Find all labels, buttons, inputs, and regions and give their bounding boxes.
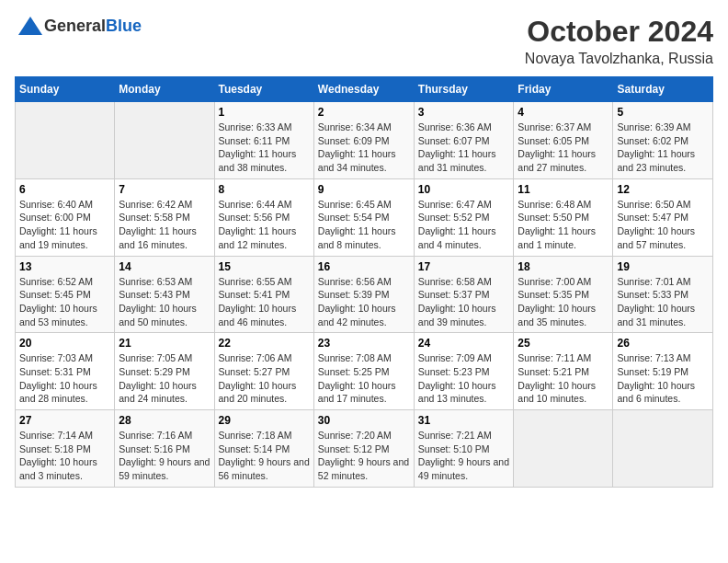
day-info: Sunrise: 6:56 AMSunset: 5:39 PMDaylight:…: [318, 276, 396, 327]
day-number: 7: [119, 183, 210, 196]
day-info: Sunrise: 6:44 AMSunset: 5:56 PMDaylight:…: [219, 199, 297, 250]
day-info: Sunrise: 6:58 AMSunset: 5:37 PMDaylight:…: [418, 276, 496, 327]
day-number: 4: [518, 106, 609, 119]
col-monday: Monday: [115, 77, 214, 102]
day-cell: [16, 102, 115, 179]
day-info: Sunrise: 6:52 AMSunset: 5:45 PMDaylight:…: [19, 276, 97, 327]
day-cell: 10Sunrise: 6:47 AMSunset: 5:52 PMDayligh…: [414, 178, 514, 256]
col-friday: Friday: [514, 77, 613, 102]
logo-blue: Blue: [106, 17, 142, 35]
day-cell: [613, 410, 713, 488]
svg-marker-0: [18, 17, 42, 35]
day-number: 1: [219, 106, 310, 119]
day-number: 24: [418, 337, 510, 350]
day-info: Sunrise: 6:48 AMSunset: 5:50 PMDaylight:…: [518, 199, 596, 250]
day-number: 8: [219, 183, 310, 196]
day-cell: 27Sunrise: 7:14 AMSunset: 5:18 PMDayligh…: [16, 410, 115, 488]
day-number: 2: [318, 106, 410, 119]
day-cell: 7Sunrise: 6:42 AMSunset: 5:58 PMDaylight…: [115, 178, 214, 256]
day-info: Sunrise: 7:14 AMSunset: 5:18 PMDaylight:…: [19, 430, 97, 481]
day-number: 12: [617, 183, 709, 196]
day-cell: 15Sunrise: 6:55 AMSunset: 5:41 PMDayligh…: [214, 256, 313, 333]
day-cell: 2Sunrise: 6:34 AMSunset: 6:09 PMDaylight…: [313, 102, 414, 179]
day-info: Sunrise: 6:40 AMSunset: 6:00 PMDaylight:…: [19, 199, 97, 250]
week-row-2: 6Sunrise: 6:40 AMSunset: 6:00 PMDaylight…: [16, 178, 713, 256]
header-row: Sunday Monday Tuesday Wednesday Thursday…: [16, 77, 713, 102]
day-cell: 4Sunrise: 6:37 AMSunset: 6:05 PMDaylight…: [514, 102, 613, 179]
title-area: October 2024 Novaya Tavolzhanka, Russia: [525, 15, 713, 67]
day-info: Sunrise: 7:16 AMSunset: 5:16 PMDaylight:…: [119, 430, 210, 481]
day-cell: 26Sunrise: 7:13 AMSunset: 5:19 PMDayligh…: [613, 333, 713, 410]
day-cell: 18Sunrise: 7:00 AMSunset: 5:35 PMDayligh…: [514, 256, 613, 333]
logo-general: General: [44, 17, 106, 35]
day-number: 14: [119, 260, 210, 273]
col-wednesday: Wednesday: [313, 77, 414, 102]
day-cell: [514, 410, 613, 488]
day-number: 11: [518, 183, 609, 196]
day-info: Sunrise: 6:33 AMSunset: 6:11 PMDaylight:…: [219, 121, 297, 173]
day-number: 21: [119, 337, 210, 350]
day-info: Sunrise: 7:13 AMSunset: 5:19 PMDaylight:…: [617, 352, 695, 404]
page-header: GeneralBlue October 2024 Novaya Tavolzha…: [15, 15, 713, 67]
day-cell: 11Sunrise: 6:48 AMSunset: 5:50 PMDayligh…: [514, 178, 613, 256]
day-cell: 9Sunrise: 6:45 AMSunset: 5:54 PMDaylight…: [313, 178, 414, 256]
day-cell: 21Sunrise: 7:05 AMSunset: 5:29 PMDayligh…: [115, 333, 214, 410]
day-cell: [115, 102, 214, 179]
day-cell: 12Sunrise: 6:50 AMSunset: 5:47 PMDayligh…: [613, 178, 713, 256]
day-info: Sunrise: 6:53 AMSunset: 5:43 PMDaylight:…: [119, 276, 197, 327]
day-cell: 8Sunrise: 6:44 AMSunset: 5:56 PMDaylight…: [214, 178, 313, 256]
day-info: Sunrise: 7:01 AMSunset: 5:33 PMDaylight:…: [617, 276, 695, 327]
day-number: 30: [318, 414, 410, 427]
day-cell: 5Sunrise: 6:39 AMSunset: 6:02 PMDaylight…: [613, 102, 713, 179]
col-saturday: Saturday: [613, 77, 713, 102]
day-number: 18: [518, 260, 609, 273]
day-info: Sunrise: 7:09 AMSunset: 5:23 PMDaylight:…: [418, 352, 496, 404]
day-info: Sunrise: 6:45 AMSunset: 5:54 PMDaylight:…: [318, 199, 396, 250]
location-title: Novaya Tavolzhanka, Russia: [525, 51, 713, 67]
day-number: 22: [219, 337, 310, 350]
day-info: Sunrise: 7:03 AMSunset: 5:31 PMDaylight:…: [19, 352, 97, 404]
day-number: 6: [19, 183, 110, 196]
logo: GeneralBlue: [15, 15, 142, 37]
day-number: 13: [19, 260, 110, 273]
day-info: Sunrise: 7:11 AMSunset: 5:21 PMDaylight:…: [518, 352, 596, 404]
day-cell: 16Sunrise: 6:56 AMSunset: 5:39 PMDayligh…: [313, 256, 414, 333]
day-info: Sunrise: 6:50 AMSunset: 5:47 PMDaylight:…: [617, 199, 695, 250]
day-cell: 3Sunrise: 6:36 AMSunset: 6:07 PMDaylight…: [414, 102, 514, 179]
day-info: Sunrise: 6:47 AMSunset: 5:52 PMDaylight:…: [418, 199, 496, 250]
day-number: 15: [219, 260, 310, 273]
day-number: 26: [617, 337, 709, 350]
day-cell: 31Sunrise: 7:21 AMSunset: 5:10 PMDayligh…: [414, 410, 514, 488]
day-info: Sunrise: 6:37 AMSunset: 6:05 PMDaylight:…: [518, 121, 596, 173]
day-info: Sunrise: 7:05 AMSunset: 5:29 PMDaylight:…: [119, 352, 197, 404]
day-info: Sunrise: 6:36 AMSunset: 6:07 PMDaylight:…: [418, 121, 496, 173]
day-number: 10: [418, 183, 510, 196]
calendar-table: Sunday Monday Tuesday Wednesday Thursday…: [15, 76, 713, 488]
col-tuesday: Tuesday: [214, 77, 313, 102]
week-row-3: 13Sunrise: 6:52 AMSunset: 5:45 PMDayligh…: [16, 256, 713, 333]
day-info: Sunrise: 6:42 AMSunset: 5:58 PMDaylight:…: [119, 199, 197, 250]
day-cell: 14Sunrise: 6:53 AMSunset: 5:43 PMDayligh…: [115, 256, 214, 333]
day-number: 31: [418, 414, 510, 427]
day-number: 23: [318, 337, 410, 350]
day-cell: 20Sunrise: 7:03 AMSunset: 5:31 PMDayligh…: [16, 333, 115, 410]
day-cell: 28Sunrise: 7:16 AMSunset: 5:16 PMDayligh…: [115, 410, 214, 488]
day-cell: 19Sunrise: 7:01 AMSunset: 5:33 PMDayligh…: [613, 256, 713, 333]
day-info: Sunrise: 6:39 AMSunset: 6:02 PMDaylight:…: [617, 121, 695, 173]
day-number: 3: [418, 106, 510, 119]
col-sunday: Sunday: [16, 77, 115, 102]
day-info: Sunrise: 6:34 AMSunset: 6:09 PMDaylight:…: [318, 121, 396, 173]
day-info: Sunrise: 7:21 AMSunset: 5:10 PMDaylight:…: [418, 430, 509, 481]
day-number: 28: [119, 414, 210, 427]
day-number: 9: [318, 183, 410, 196]
day-cell: 30Sunrise: 7:20 AMSunset: 5:12 PMDayligh…: [313, 410, 414, 488]
day-info: Sunrise: 7:06 AMSunset: 5:27 PMDaylight:…: [219, 352, 297, 404]
week-row-5: 27Sunrise: 7:14 AMSunset: 5:18 PMDayligh…: [16, 410, 713, 488]
day-cell: 13Sunrise: 6:52 AMSunset: 5:45 PMDayligh…: [16, 256, 115, 333]
day-cell: 25Sunrise: 7:11 AMSunset: 5:21 PMDayligh…: [514, 333, 613, 410]
day-cell: 6Sunrise: 6:40 AMSunset: 6:00 PMDaylight…: [16, 178, 115, 256]
day-number: 16: [318, 260, 410, 273]
day-cell: 29Sunrise: 7:18 AMSunset: 5:14 PMDayligh…: [214, 410, 313, 488]
day-info: Sunrise: 6:55 AMSunset: 5:41 PMDaylight:…: [219, 276, 297, 327]
day-number: 5: [617, 106, 709, 119]
